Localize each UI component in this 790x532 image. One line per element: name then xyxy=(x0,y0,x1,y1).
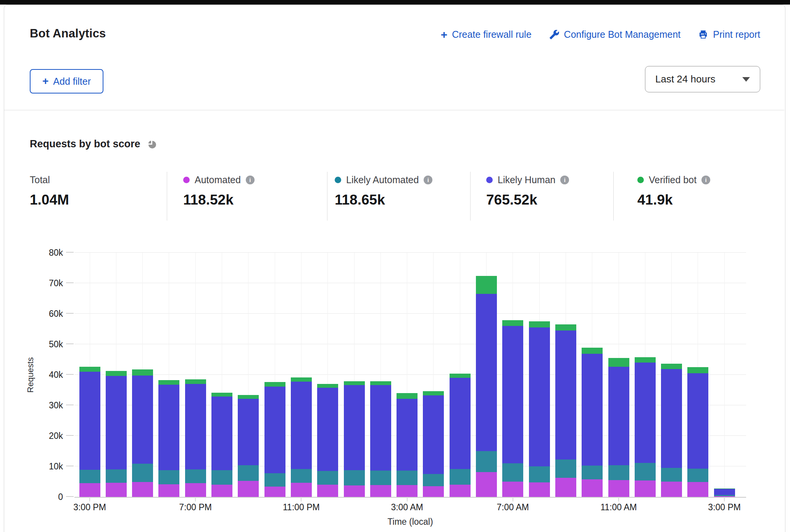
stacked-bar-1-00-pm[interactable] xyxy=(661,364,682,497)
stacked-bar-8-00-am[interactable] xyxy=(529,321,550,497)
likely-human-segment xyxy=(185,384,206,469)
stacked-bar-2-00-am[interactable] xyxy=(370,381,391,497)
stacked-bar-2-00-pm[interactable] xyxy=(687,367,708,497)
likely-human-segment xyxy=(635,363,656,463)
stacked-bar-7-00-am[interactable] xyxy=(502,320,523,497)
likely-automated-segment xyxy=(238,465,259,481)
y-axis: 010k20k30k40k50k60k70k80k xyxy=(38,253,74,497)
likely-human-segment xyxy=(661,369,682,468)
y-tick xyxy=(66,343,74,344)
stat-value: 1.04M xyxy=(30,192,69,208)
stacked-bar-5-00-pm[interactable] xyxy=(132,369,153,497)
stacked-bar-8-00-pm[interactable] xyxy=(211,393,232,497)
stat-value: 118.52k xyxy=(183,192,255,208)
verified-bot-segment xyxy=(423,391,444,395)
likely-automated-segment xyxy=(555,459,576,478)
info-icon[interactable]: i xyxy=(246,176,255,184)
stacked-bar-3-00-pm[interactable] xyxy=(714,488,735,497)
stacked-bar-4-00-am[interactable] xyxy=(423,391,444,497)
stat-divider xyxy=(327,172,327,221)
section-title: Requests by bot score xyxy=(30,138,157,150)
likely-human-segment xyxy=(158,385,179,470)
likely-automated-segment xyxy=(264,473,285,487)
stacked-bar-9-00-am[interactable] xyxy=(555,324,576,497)
likely-automated-segment xyxy=(106,469,127,483)
automated-legend-dot xyxy=(183,177,190,183)
y-tick xyxy=(66,313,74,314)
gridline xyxy=(724,253,725,497)
stacked-bar-7-00-pm[interactable] xyxy=(185,379,206,497)
x-tick-label: 3:00 PM xyxy=(694,502,755,513)
likely-human-segment xyxy=(714,489,735,495)
automated-segment xyxy=(661,482,682,497)
automated-segment xyxy=(185,483,206,497)
likely-automated-segment xyxy=(582,466,603,479)
verified-bot-segment xyxy=(555,324,576,330)
x-tick-label: 7:00 PM xyxy=(165,502,226,513)
likely-automated-segment xyxy=(370,471,391,485)
likely-human-segment xyxy=(502,326,523,463)
create-firewall-rule-link[interactable]: + Create firewall rule xyxy=(441,29,532,40)
likely-automated-segment xyxy=(450,469,471,485)
likely-human-segment xyxy=(79,372,100,470)
automated-segment xyxy=(344,485,365,497)
configure-bot-management-link[interactable]: Configure Bot Management xyxy=(549,29,681,40)
automated-segment xyxy=(291,483,312,497)
stacked-bar-1-00-am[interactable] xyxy=(344,381,365,497)
header-actions: + Create firewall rule Configure Bot Man… xyxy=(441,29,760,40)
print-report-link[interactable]: Print report xyxy=(698,29,760,40)
stacked-bar-12-00-am[interactable] xyxy=(317,384,338,497)
verified-bot-segment xyxy=(370,381,391,385)
automated-segment xyxy=(238,481,259,497)
likely-human-segment xyxy=(238,399,259,465)
info-icon[interactable]: i xyxy=(424,176,432,184)
stacked-bar-11-00-pm[interactable] xyxy=(291,377,312,497)
likely-automated-segment xyxy=(185,469,206,483)
time-range-select[interactable]: Last 24 hours xyxy=(645,66,760,92)
verified-bot-segment xyxy=(185,379,206,384)
automated-segment xyxy=(476,472,497,497)
y-axis-title: Requests xyxy=(23,253,38,497)
stacked-bar-3-00-am[interactable] xyxy=(397,393,418,497)
stacked-bar-9-00-pm[interactable] xyxy=(238,395,259,497)
automated-segment xyxy=(79,483,100,497)
stat-label: Likely Automated xyxy=(346,174,419,185)
likely-human-segment xyxy=(476,294,497,451)
top-bar xyxy=(0,0,790,5)
stacked-bar-6-00-pm[interactable] xyxy=(158,380,179,497)
stacked-bar-6-00-am[interactable] xyxy=(476,276,497,497)
stacked-bar-12-00-pm[interactable] xyxy=(635,357,656,497)
automated-segment xyxy=(502,482,523,497)
stat-likely-automated: Likely Automated i 118.65k xyxy=(335,174,432,224)
likely-automated-legend-dot xyxy=(335,177,341,183)
likely-automated-segment xyxy=(687,469,708,482)
stacked-bar-11-00-am[interactable] xyxy=(608,358,629,497)
section-title-text: Requests by bot score xyxy=(30,138,140,150)
stacked-bar-10-00-pm[interactable] xyxy=(264,382,285,497)
x-tick xyxy=(513,497,513,501)
likely-automated-segment xyxy=(397,471,418,485)
add-filter-label: Add filter xyxy=(53,76,91,87)
automated-segment xyxy=(687,482,708,497)
likely-human-segment xyxy=(132,376,153,464)
automated-segment xyxy=(555,478,576,497)
verified-bot-segment xyxy=(582,348,603,354)
info-icon[interactable]: i xyxy=(560,176,569,184)
stacked-bar-4-00-pm[interactable] xyxy=(106,371,127,497)
y-tick-label: 80k xyxy=(38,248,63,258)
stacked-bar-10-00-am[interactable] xyxy=(582,348,603,497)
stacked-bar-3-00-pm[interactable] xyxy=(79,367,100,497)
add-filter-button[interactable]: + Add filter xyxy=(30,69,103,94)
stat-likely-human: Likely Human i 765.52k xyxy=(486,174,569,224)
likely-automated-segment xyxy=(529,466,550,482)
verified-bot-segment xyxy=(450,374,471,378)
likely-automated-segment xyxy=(211,470,232,485)
wrench-icon xyxy=(549,29,559,40)
y-tick-label: 50k xyxy=(38,339,63,350)
info-icon[interactable]: i xyxy=(701,176,710,184)
x-tick xyxy=(89,497,90,501)
verified-bot-segment xyxy=(476,276,497,294)
likely-automated-segment xyxy=(635,463,656,480)
x-tick-label: 3:00 AM xyxy=(377,502,438,513)
stacked-bar-5-00-am[interactable] xyxy=(450,374,471,497)
